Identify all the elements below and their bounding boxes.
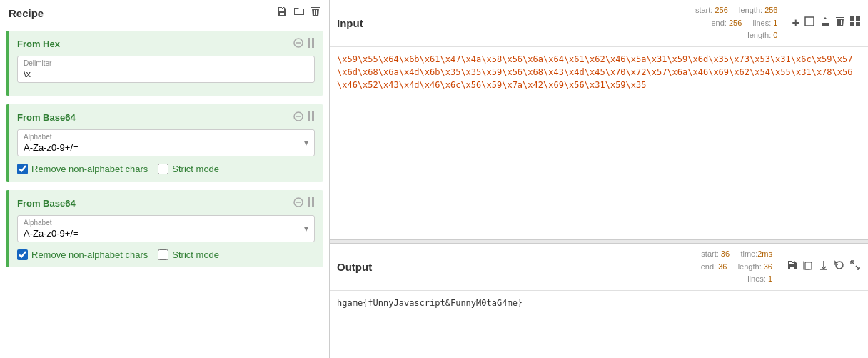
- input-grid-icon[interactable]: [849, 16, 861, 30]
- strict-mode-checkbox-2[interactable]: [158, 249, 168, 260]
- alphabet-arrow-2[interactable]: ▾: [304, 224, 308, 234]
- pause-hex-icon[interactable]: [308, 38, 315, 50]
- output-length-label: length:: [738, 262, 764, 271]
- input-end-value: 256: [729, 19, 742, 27]
- input-lines-label: lines:: [753, 19, 774, 27]
- alphabet-label-2: Alphabet: [24, 219, 304, 227]
- alphabet-label-1: Alphabet: [24, 133, 304, 141]
- strict-mode-1[interactable]: Strict mode: [158, 164, 219, 174]
- remove-nonalpha-label-2: Remove non-alphabet chars: [31, 249, 148, 260]
- output-end-label: end:: [701, 262, 718, 271]
- output-save-icon[interactable]: [787, 259, 798, 274]
- input-new-icon[interactable]: [804, 16, 815, 30]
- input-meta: start: 256 length: 256 end: 256 lines: 1…: [695, 4, 778, 42]
- main-panel: Input start: 256 length: 256 end: 256 li…: [330, 0, 868, 358]
- folder-icon[interactable]: [293, 6, 305, 20]
- strict-mode-label-2: Strict mode: [172, 249, 219, 260]
- output-lines-value: 1: [768, 274, 772, 283]
- input-end-label: end:: [712, 19, 729, 27]
- svg-rect-16: [850, 22, 854, 26]
- op-controls-base64-2: [293, 197, 315, 209]
- alphabet-value-2: A-Za-z0-9+/=: [24, 228, 79, 239]
- remove-nonalpha-label-1: Remove non-alphabet chars: [31, 164, 148, 174]
- alphabet-value-1: A-Za-z0-9+/=: [24, 142, 79, 153]
- output-download-icon[interactable]: [818, 259, 829, 274]
- recipe-header: Recipe: [0, 0, 329, 26]
- checkboxes-row-2: Remove non-alphabet chars Strict mode: [17, 249, 315, 260]
- input-start-label: start:: [695, 6, 715, 14]
- svg-rect-7: [312, 111, 314, 121]
- input-start-value: 256: [715, 6, 727, 14]
- output-expand-icon[interactable]: [849, 259, 861, 274]
- input-length-label-bottom: length:: [747, 31, 773, 39]
- svg-rect-18: [805, 262, 812, 269]
- input-content[interactable]: \x59\x55\x64\x6b\x61\x47\x4a\x58\x56\x6a…: [330, 47, 868, 239]
- input-add-icon[interactable]: +: [792, 16, 799, 31]
- recipe-panel: Recipe From Hex: [0, 0, 330, 358]
- recipe-header-actions: [276, 6, 321, 20]
- from-base64-title-1: From Base64: [17, 112, 76, 123]
- input-title: Input: [337, 17, 363, 29]
- svg-rect-2: [308, 38, 310, 48]
- strict-mode-checkbox-1[interactable]: [158, 164, 168, 174]
- input-lines-value: 1: [773, 19, 777, 27]
- svg-rect-10: [308, 197, 310, 207]
- output-title: Output: [337, 261, 372, 273]
- output-end-value: 36: [718, 262, 727, 271]
- input-actions: +: [792, 16, 861, 31]
- disable-base64-2-icon[interactable]: [293, 197, 303, 209]
- op-header-base64-1: From Base64: [17, 111, 315, 124]
- output-start-label: start:: [701, 249, 721, 258]
- input-delete-icon[interactable]: [835, 16, 845, 30]
- input-length-top-value: 256: [764, 6, 777, 14]
- from-hex-block: From Hex Delimiter: [6, 31, 323, 96]
- svg-rect-14: [850, 16, 854, 21]
- output-lines-label: lines:: [747, 274, 768, 283]
- op-header-base64-2: From Base64: [17, 197, 315, 209]
- input-length-bottom-value: 0: [773, 31, 777, 39]
- strict-mode-label-1: Strict mode: [172, 164, 219, 174]
- pause-base64-2-icon[interactable]: [308, 197, 315, 209]
- output-undo-icon[interactable]: [834, 259, 845, 274]
- delimiter-input-group[interactable]: Delimiter: [17, 56, 315, 83]
- trash-icon[interactable]: [311, 6, 321, 20]
- svg-rect-11: [312, 197, 314, 207]
- delimiter-input[interactable]: [24, 69, 308, 79]
- output-actions: [787, 259, 861, 274]
- input-upload-icon[interactable]: [819, 16, 831, 30]
- disable-hex-icon[interactable]: [293, 38, 303, 50]
- remove-nonalpha-1[interactable]: Remove non-alphabet chars: [17, 164, 148, 174]
- output-copy-icon[interactable]: [802, 259, 814, 274]
- alphabet-select-1[interactable]: Alphabet A-Za-z0-9+/= ▾: [17, 129, 315, 156]
- save-icon[interactable]: [276, 6, 288, 20]
- svg-rect-3: [312, 38, 314, 48]
- alphabet-arrow-1[interactable]: ▾: [304, 138, 308, 148]
- svg-rect-13: [822, 23, 829, 24]
- strict-mode-2[interactable]: Strict mode: [158, 249, 219, 260]
- disable-base64-1-icon[interactable]: [293, 111, 303, 124]
- remove-nonalpha-2[interactable]: Remove non-alphabet chars: [17, 249, 148, 260]
- op-header-hex: From Hex: [17, 38, 315, 50]
- remove-nonalpha-checkbox-1[interactable]: [17, 164, 28, 174]
- svg-rect-17: [856, 22, 860, 26]
- from-base64-block-1: From Base64 Alphabet A-Za-z0-9+/= ▾ Remo…: [6, 104, 323, 182]
- output-content[interactable]: hgame{fUnnyJavascript&FunnyM0taG4me}: [330, 291, 868, 358]
- pause-base64-1-icon[interactable]: [308, 111, 315, 124]
- output-meta: start: 36 time:2ms end: 36 length: 36 li…: [701, 248, 772, 286]
- output-header: Output start: 36 time:2ms end: 36 length…: [330, 244, 868, 291]
- svg-rect-15: [856, 16, 860, 21]
- remove-nonalpha-checkbox-2[interactable]: [17, 249, 28, 260]
- alphabet-select-2[interactable]: Alphabet A-Za-z0-9+/= ▾: [17, 215, 315, 242]
- output-start-value: 36: [721, 249, 730, 258]
- op-controls-base64-1: [293, 111, 315, 124]
- svg-rect-6: [308, 111, 310, 121]
- output-length-value: 36: [764, 262, 772, 271]
- input-header: Input start: 256 length: 256 end: 256 li…: [330, 0, 868, 47]
- from-base64-title-2: From Base64: [17, 198, 76, 209]
- output-time-value: 2ms: [757, 249, 772, 258]
- input-length-label-top: length:: [739, 6, 764, 14]
- checkboxes-row-1: Remove non-alphabet chars Strict mode: [17, 164, 315, 174]
- from-hex-title: From Hex: [17, 39, 60, 49]
- from-base64-block-2: From Base64 Alphabet A-Za-z0-9+/= ▾ Remo…: [6, 190, 323, 267]
- recipe-title: Recipe: [9, 7, 44, 19]
